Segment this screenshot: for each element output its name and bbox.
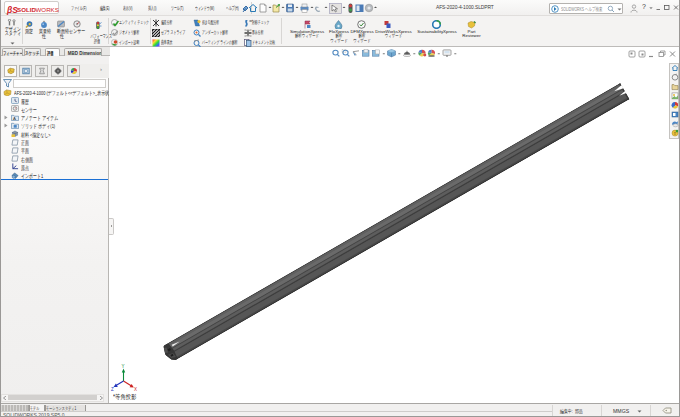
svg-text:SOLID: SOLID: [17, 6, 36, 13]
svg-text:Z: Z: [111, 387, 114, 392]
svg-text:WORKS: WORKS: [36, 6, 59, 13]
svg-text:A: A: [13, 116, 16, 121]
svg-text:Y: Y: [122, 364, 125, 369]
svg-text:X: X: [134, 387, 137, 392]
